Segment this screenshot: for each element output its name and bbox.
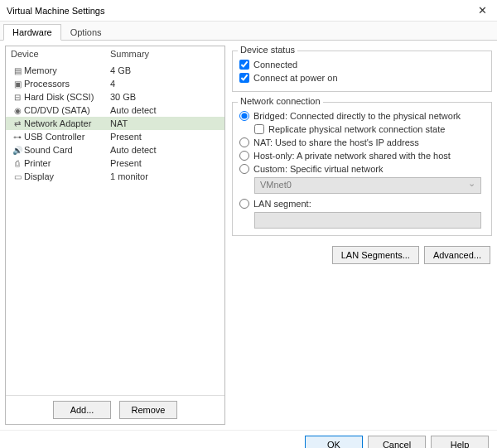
replicate-label: Replicate physical network connection st… <box>268 124 445 134</box>
device-row-processors[interactable]: ▣ Processors 4 <box>6 77 224 90</box>
ok-button[interactable]: OK <box>305 436 363 448</box>
device-label: Display <box>24 171 110 181</box>
lan-segment-label: LAN segment: <box>253 199 311 209</box>
bridged-label: Bridged: Connected directly to the physi… <box>253 111 461 121</box>
replicate-checkbox[interactable] <box>254 124 264 134</box>
header-summary: Summary <box>110 49 220 59</box>
device-row-sound[interactable]: 🔊 Sound Card Auto detect <box>6 143 224 157</box>
network-connection-legend: Network connection <box>238 96 323 106</box>
device-list-panel: Device Summary ▤ Memory 4 GB ▣ Processor… <box>5 46 225 425</box>
device-label: Processors <box>24 79 110 89</box>
lan-segment-radio[interactable] <box>239 199 249 209</box>
device-status-legend: Device status <box>238 45 297 55</box>
window-title: Virtual Machine Settings <box>7 6 104 16</box>
dialog-footer: OK Cancel Help <box>0 430 497 448</box>
settings-panel: Device status Connected Connect at power… <box>232 46 492 425</box>
device-label: Hard Disk (SCSI) <box>24 92 110 102</box>
device-label: Sound Card <box>24 145 110 155</box>
advanced-button[interactable]: Advanced... <box>424 246 490 264</box>
device-row-printer[interactable]: ⎙ Printer Present <box>6 157 224 170</box>
connected-row: Connected <box>239 58 485 71</box>
connect-power-on-row: Connect at power on <box>239 71 485 84</box>
device-summary: NAT <box>110 118 220 128</box>
device-label: Network Adapter <box>24 118 110 128</box>
display-icon: ▭ <box>11 172 24 181</box>
content-area: Device Summary ▤ Memory 4 GB ▣ Processor… <box>0 41 497 430</box>
device-summary: 4 GB <box>110 65 220 75</box>
tabs: Hardware Options <box>0 22 497 41</box>
custom-network-dropdown[interactable]: VMnet0 <box>254 177 481 194</box>
help-button[interactable]: Help <box>431 436 489 448</box>
processor-icon: ▣ <box>11 79 24 89</box>
lan-segments-button[interactable]: LAN Segments... <box>332 246 419 264</box>
usb-icon: ⊶ <box>11 132 24 142</box>
remove-button[interactable]: Remove <box>119 401 177 419</box>
device-status-group: Device status Connected Connect at power… <box>232 51 492 92</box>
device-summary: Present <box>110 158 220 168</box>
hostonly-row: Host-only: A private network shared with… <box>239 149 485 162</box>
printer-icon: ⎙ <box>11 159 24 168</box>
device-row-harddisk[interactable]: ⊟ Hard Disk (SCSI) 30 GB <box>6 90 224 104</box>
device-row-cddvd[interactable]: ◉ CD/DVD (SATA) Auto detect <box>6 104 224 117</box>
titlebar: Virtual Machine Settings ✕ <box>0 0 497 22</box>
device-summary: 4 <box>110 79 220 89</box>
header-device: Device <box>11 49 110 59</box>
memory-icon: ▤ <box>11 66 24 75</box>
device-row-display[interactable]: ▭ Display 1 monitor <box>6 170 224 183</box>
device-buttons: Add... Remove <box>6 395 224 424</box>
connected-label: Connected <box>253 60 297 70</box>
device-label: Memory <box>24 65 110 75</box>
tab-options[interactable]: Options <box>61 24 111 40</box>
custom-label: Custom: Specific virtual network <box>253 164 384 174</box>
device-list: ▤ Memory 4 GB ▣ Processors 4 ⊟ Hard Disk… <box>6 62 224 395</box>
nat-radio[interactable] <box>239 137 249 147</box>
custom-radio[interactable] <box>239 164 249 174</box>
sound-icon: 🔊 <box>11 146 24 155</box>
device-label: USB Controller <box>24 132 110 142</box>
nat-label: NAT: Used to share the host's IP address <box>253 137 419 147</box>
nat-row: NAT: Used to share the host's IP address <box>239 136 485 149</box>
device-row-usb[interactable]: ⊶ USB Controller Present <box>6 130 224 143</box>
close-icon[interactable]: ✕ <box>475 4 490 17</box>
device-summary: Auto detect <box>110 105 220 115</box>
device-row-network[interactable]: ⇄ Network Adapter NAT <box>6 117 224 130</box>
device-label: CD/DVD (SATA) <box>24 105 110 115</box>
hostonly-label: Host-only: A private network shared with… <box>253 151 451 161</box>
device-row-memory[interactable]: ▤ Memory 4 GB <box>6 64 224 77</box>
device-label: Printer <box>24 158 110 168</box>
bridged-radio[interactable] <box>239 111 249 121</box>
device-list-headers: Device Summary <box>6 46 224 62</box>
network-buttons: LAN Segments... Advanced... <box>232 241 492 269</box>
harddisk-icon: ⊟ <box>11 93 24 102</box>
connect-power-on-checkbox[interactable] <box>239 73 249 83</box>
device-summary: Present <box>110 132 220 142</box>
device-summary: Auto detect <box>110 145 220 155</box>
cddvd-icon: ◉ <box>11 106 24 115</box>
network-connection-group: Network connection Bridged: Connected di… <box>232 102 492 236</box>
connected-checkbox[interactable] <box>239 60 249 70</box>
lan-segment-row: LAN segment: <box>239 197 485 210</box>
hostonly-radio[interactable] <box>239 151 249 161</box>
custom-row: Custom: Specific virtual network <box>239 162 485 176</box>
connect-power-on-label: Connect at power on <box>253 73 338 83</box>
network-icon: ⇄ <box>11 119 24 128</box>
cancel-button[interactable]: Cancel <box>368 436 426 448</box>
device-summary: 1 monitor <box>110 171 220 181</box>
add-button[interactable]: Add... <box>53 401 111 419</box>
bridged-row: Bridged: Connected directly to the physi… <box>239 109 485 123</box>
device-summary: 30 GB <box>110 92 220 102</box>
lan-segment-dropdown[interactable] <box>254 212 481 229</box>
replicate-row: Replicate physical network connection st… <box>254 123 485 136</box>
tab-hardware[interactable]: Hardware <box>3 24 61 41</box>
